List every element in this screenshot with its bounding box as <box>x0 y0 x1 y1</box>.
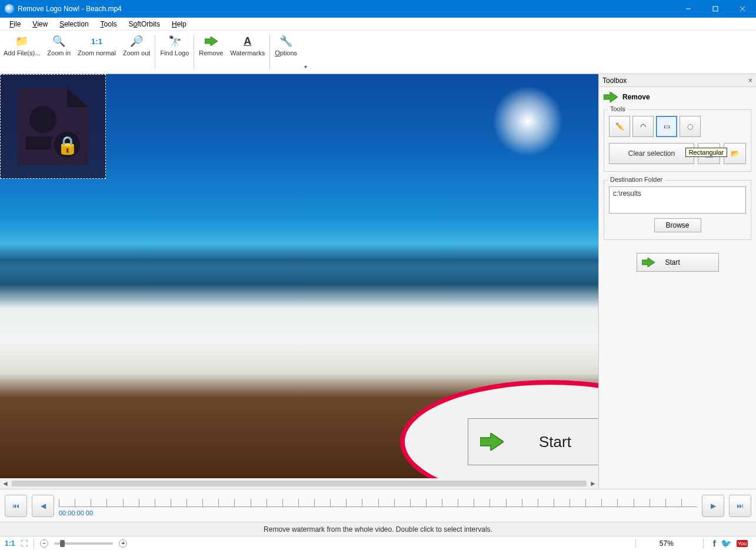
zoom-in-button[interactable]: 🔍 Zoom in <box>44 32 74 72</box>
annotation-callout: Start <box>400 380 598 478</box>
zoom-out-button[interactable]: 🔎 Zoom out <box>119 32 154 72</box>
toolbox-header: Toolbox × <box>599 74 756 87</box>
toolbar-separator <box>194 35 194 69</box>
svg-marker-7 <box>642 258 655 267</box>
tool-eraser[interactable]: ◠ <box>632 116 654 137</box>
find-logo-label: Find Logo <box>160 49 189 56</box>
minimize-button[interactable] <box>675 0 702 18</box>
options-label: Options <box>275 49 297 56</box>
tooltip-rectangular: Rectangular <box>685 148 727 157</box>
titlebar: Remove Logo Now! - Beach.mp4 <box>0 0 756 18</box>
scroll-track[interactable] <box>12 481 587 486</box>
window-controls <box>675 0 756 18</box>
text-icon: A <box>241 34 255 48</box>
menubar: File View Selection Tools SoftOrbits Hel… <box>0 18 756 31</box>
start-button-large-label: Start <box>539 433 571 451</box>
toolbox-title: Toolbox <box>602 76 627 85</box>
toolbar-overflow[interactable]: ▾ <box>301 32 310 72</box>
browse-label: Browse <box>665 221 689 229</box>
tools-fieldset: Tools ✏️ ◠ ▭ ◌ Rectangular Clear selecti… <box>604 109 751 172</box>
horizontal-scrollbar[interactable]: ◄ ► <box>0 478 598 489</box>
goto-start-button[interactable]: ⏮ <box>5 495 27 517</box>
svg-marker-4 <box>205 36 218 46</box>
zoom-out-icon: 🔎 <box>129 34 144 48</box>
start-button[interactable]: Start <box>637 253 719 272</box>
window-title: Remove Logo Now! - Beach.mp4 <box>18 5 675 13</box>
watermarks-button[interactable]: A Watermarks <box>227 32 268 72</box>
remove-button[interactable]: Remove <box>195 32 227 72</box>
twitter-icon[interactable]: 🐦 <box>721 538 732 549</box>
hint-text: Remove watermark from the whole video. D… <box>264 525 492 534</box>
timeline: ⏮ ◀ 00:00:00 00 ▶ ⏭ <box>0 489 756 522</box>
arrow-icon <box>642 258 655 267</box>
fit-icon[interactable]: ⛶ <box>21 539 28 548</box>
tool-freeform[interactable]: ◌ <box>680 116 701 137</box>
social-links: f 🐦 You <box>710 538 751 549</box>
timeline-ruler[interactable]: 00:00:00 00 <box>59 494 697 518</box>
remove-header: Remove <box>599 87 756 107</box>
arrow-icon <box>204 34 218 48</box>
svg-marker-6 <box>604 92 618 102</box>
selection-rectangle[interactable]: 🔒 <box>0 74 106 179</box>
zoom-in-label: Zoom in <box>47 49 71 56</box>
hint-bar: Remove watermark from the whole video. D… <box>0 522 756 536</box>
tool-rectangular[interactable]: ▭ <box>656 116 677 137</box>
video-preview[interactable]: 🔒 Start <box>0 74 598 478</box>
zoom-11-icon: 1:1 <box>90 34 104 48</box>
arrow-icon <box>604 92 618 102</box>
goto-end-button[interactable]: ⏭ <box>729 495 751 517</box>
clear-selection-label: Clear selection <box>628 149 675 158</box>
destination-legend: Destination Folder <box>608 176 665 183</box>
canvas-area: 🔒 Start ◄ ► <box>0 74 598 489</box>
step-forward-button[interactable]: ▶ <box>702 495 724 517</box>
zoom-normal-label: Zoom normal <box>78 49 116 56</box>
zoom-normal-button[interactable]: 1:1 Zoom normal <box>74 32 119 72</box>
browse-button[interactable]: Browse <box>654 218 701 232</box>
options-button[interactable]: 🔧 Options <box>271 32 301 72</box>
start-button-label: Start <box>665 258 680 266</box>
sun-glare <box>492 86 563 156</box>
menu-tools[interactable]: Tools <box>96 19 122 29</box>
zoom-plus[interactable]: + <box>119 539 127 548</box>
zoom-slider[interactable] <box>54 542 113 545</box>
wrench-icon: 🔧 <box>279 34 293 48</box>
zoom-in-icon: 🔍 <box>52 34 66 48</box>
tool-marker[interactable]: ✏️ <box>609 116 630 137</box>
step-back-button[interactable]: ◀ <box>32 495 54 517</box>
scroll-left[interactable]: ◄ <box>0 478 11 489</box>
destination-fieldset: Destination Folder c:\results Browse <box>604 180 751 240</box>
remove-header-label: Remove <box>622 93 650 101</box>
facebook-icon[interactable]: f <box>713 538 716 548</box>
toolbar-separator <box>155 35 155 69</box>
toolbox-close[interactable]: × <box>748 76 752 85</box>
toolbox-panel: Toolbox × Remove Tools ✏️ ◠ ▭ ◌ Rectangu… <box>598 74 756 489</box>
add-files-button[interactable]: 📁 Add File(s)... <box>0 32 44 72</box>
locked-file-icon: 🔒 <box>18 88 88 165</box>
zoom-out-label: Zoom out <box>123 49 150 56</box>
zoom-minus[interactable]: − <box>40 539 48 548</box>
destination-path[interactable]: c:\results <box>609 186 746 214</box>
menu-softorbits[interactable]: SoftOrbits <box>124 19 165 29</box>
folder-icon: 📁 <box>15 34 29 48</box>
start-button-large[interactable]: Start <box>468 418 598 465</box>
tools-legend: Tools <box>608 105 628 112</box>
clear-selection-button[interactable]: Clear selection <box>609 143 694 164</box>
maximize-button[interactable] <box>702 0 729 18</box>
menu-file[interactable]: File <box>5 19 25 29</box>
find-logo-button[interactable]: 🔭 Find Logo <box>156 32 192 72</box>
toolbar: 📁 Add File(s)... 🔍 Zoom in 1:1 Zoom norm… <box>0 31 756 74</box>
toolbar-separator <box>269 35 270 69</box>
close-button[interactable] <box>729 0 756 18</box>
remove-label: Remove <box>199 49 223 56</box>
menu-selection[interactable]: Selection <box>55 19 93 29</box>
menu-help[interactable]: Help <box>167 19 191 29</box>
menu-view[interactable]: View <box>28 19 52 29</box>
status-bar: 1:1 ⛶ − + 57% f 🐦 You <box>0 536 756 550</box>
scroll-right[interactable]: ► <box>588 478 598 489</box>
binoculars-icon: 🔭 <box>168 34 182 48</box>
arrow-icon <box>480 433 504 451</box>
ratio-label: 1:1 <box>5 539 15 548</box>
youtube-icon[interactable]: You <box>737 540 748 547</box>
svg-rect-1 <box>713 6 718 11</box>
add-files-label: Add File(s)... <box>4 49 40 56</box>
